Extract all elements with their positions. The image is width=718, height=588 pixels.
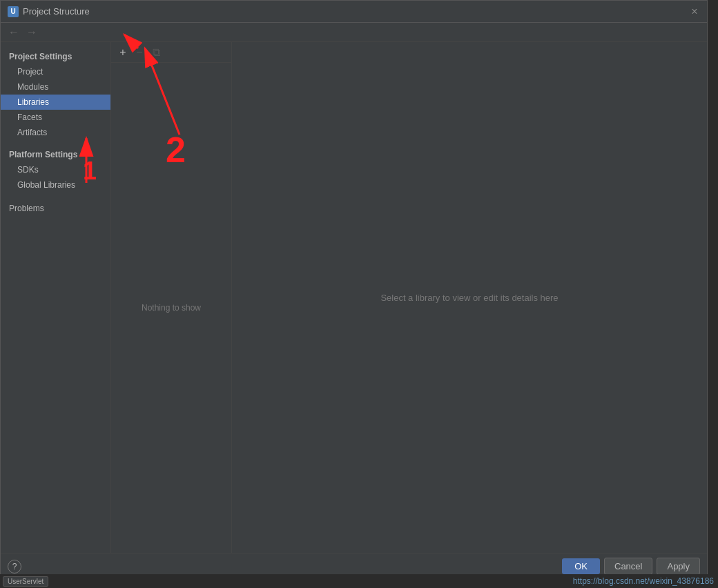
sidebar-item-artifacts[interactable]: Artifacts <box>1 125 110 140</box>
ok-button[interactable]: OK <box>562 558 600 574</box>
title-bar: U Project Structure × <box>1 1 707 23</box>
bottom-right: OK Cancel Apply <box>562 558 700 575</box>
taskbar: UserServlet <box>0 574 90 588</box>
taskbar-item-userservlet[interactable]: UserServlet <box>3 576 48 587</box>
back-button[interactable]: ← <box>6 26 21 39</box>
sidebar-item-sdks[interactable]: SDKs <box>1 162 110 177</box>
sidebar: Project Settings Project Modules Librari… <box>1 42 111 553</box>
platform-settings-header: Platform Settings <box>1 146 110 162</box>
title-bar-left: U Project Structure <box>8 6 90 17</box>
main-content: Project Settings Project Modules Librari… <box>1 42 707 553</box>
sidebar-divider <box>1 140 110 146</box>
sidebar-item-problems[interactable]: Problems <box>1 198 110 216</box>
url-bar: https://blog.csdn.net/weixin_43876186 <box>0 574 718 588</box>
add-library-button[interactable]: + <box>115 45 130 60</box>
project-structure-dialog: U Project Structure × ← → Project Settin… <box>0 0 708 580</box>
apply-button[interactable]: Apply <box>657 558 700 575</box>
app-icon: U <box>8 6 19 17</box>
forward-button[interactable]: → <box>24 26 39 39</box>
remove-library-button[interactable]: − <box>132 45 147 60</box>
close-button[interactable]: × <box>689 6 700 17</box>
right-panel: Select a library to view or edit its det… <box>232 42 707 553</box>
select-library-hint: Select a library to view or edit its det… <box>380 293 558 303</box>
bottom-left: ? <box>8 560 21 574</box>
copy-library-button[interactable]: ⧉ <box>148 45 164 60</box>
center-panel: + − ⧉ Nothing to show <box>111 42 232 553</box>
project-settings-header: Project Settings <box>1 48 110 64</box>
cancel-button[interactable]: Cancel <box>604 558 652 575</box>
sidebar-item-facets[interactable]: Facets <box>1 110 110 125</box>
dialog-title: Project Structure <box>23 6 90 17</box>
sidebar-item-global-libraries[interactable]: Global Libraries <box>1 177 110 193</box>
help-button[interactable]: ? <box>8 560 21 574</box>
center-toolbar: + − ⧉ <box>111 42 231 63</box>
nav-bar: ← → <box>1 23 707 42</box>
sidebar-item-libraries[interactable]: Libraries <box>1 95 110 110</box>
center-content: Nothing to show <box>111 63 231 553</box>
sidebar-item-modules[interactable]: Modules <box>1 79 110 95</box>
sidebar-item-project[interactable]: Project <box>1 64 110 79</box>
nothing-to-show-text: Nothing to show <box>142 303 201 313</box>
sidebar-divider-2 <box>1 193 110 198</box>
